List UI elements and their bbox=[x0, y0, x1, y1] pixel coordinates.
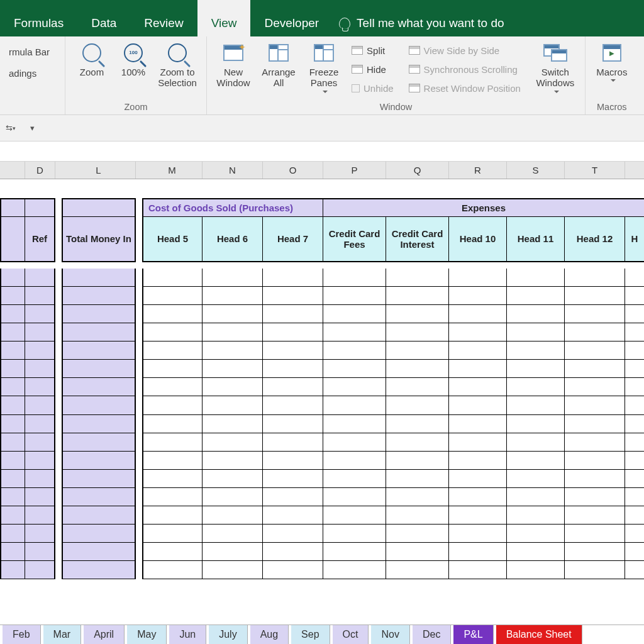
cell[interactable] bbox=[386, 488, 449, 506]
cell[interactable] bbox=[625, 470, 644, 488]
cell[interactable] bbox=[263, 452, 323, 470]
cell[interactable] bbox=[263, 561, 323, 579]
sheet-tab-jun[interactable]: Jun bbox=[169, 625, 206, 644]
cell[interactable] bbox=[0, 452, 25, 470]
cell[interactable] bbox=[323, 470, 386, 488]
cell[interactable] bbox=[0, 433, 25, 452]
cell[interactable] bbox=[0, 269, 25, 287]
cell[interactable] bbox=[263, 543, 323, 561]
cell[interactable] bbox=[323, 269, 386, 287]
cell[interactable] bbox=[55, 506, 62, 525]
cell[interactable] bbox=[25, 305, 55, 323]
cell[interactable] bbox=[263, 269, 323, 287]
cell[interactable] bbox=[449, 525, 507, 543]
cell[interactable] bbox=[507, 433, 565, 452]
cell[interactable] bbox=[625, 305, 644, 323]
cell[interactable] bbox=[62, 305, 136, 323]
qat-dropdown[interactable]: ▾ bbox=[25, 121, 39, 135]
cell[interactable] bbox=[136, 287, 142, 305]
freeze-panes-button[interactable]: FreezePanes bbox=[303, 39, 345, 96]
cell[interactable] bbox=[565, 415, 625, 433]
sheet-tab-july[interactable]: July bbox=[209, 625, 247, 644]
cell[interactable] bbox=[565, 396, 625, 414]
cell[interactable] bbox=[263, 506, 323, 525]
cell[interactable] bbox=[507, 287, 565, 305]
cell[interactable] bbox=[136, 378, 142, 396]
cell[interactable] bbox=[565, 433, 625, 452]
cell[interactable] bbox=[25, 415, 55, 433]
cell[interactable] bbox=[386, 287, 449, 305]
cell[interactable] bbox=[507, 561, 565, 579]
col-header-T[interactable]: T bbox=[565, 162, 625, 179]
cell[interactable] bbox=[323, 360, 386, 378]
cell[interactable] bbox=[565, 269, 625, 287]
cell[interactable] bbox=[625, 360, 644, 378]
cell[interactable] bbox=[203, 341, 263, 360]
cell[interactable] bbox=[449, 433, 507, 452]
cell[interactable] bbox=[386, 396, 449, 414]
cell[interactable] bbox=[142, 433, 203, 452]
cell[interactable] bbox=[263, 525, 323, 543]
cell[interactable] bbox=[507, 360, 565, 378]
new-window-button[interactable]: NewWindow bbox=[212, 39, 255, 91]
tell-me-search[interactable]: Tell me what you want to do bbox=[333, 0, 518, 36]
cell[interactable] bbox=[449, 488, 507, 506]
cell[interactable] bbox=[62, 396, 136, 414]
cell[interactable] bbox=[62, 287, 136, 305]
cell[interactable] bbox=[323, 433, 386, 452]
cell[interactable] bbox=[62, 269, 136, 287]
cell[interactable] bbox=[142, 561, 203, 579]
cell[interactable] bbox=[449, 287, 507, 305]
cell[interactable] bbox=[565, 360, 625, 378]
cell[interactable] bbox=[263, 488, 323, 506]
zoom-100-button[interactable]: 100 100% bbox=[116, 39, 151, 80]
cell[interactable] bbox=[203, 323, 263, 341]
cell[interactable] bbox=[386, 525, 449, 543]
cell[interactable] bbox=[142, 543, 203, 561]
cell[interactable] bbox=[25, 323, 55, 341]
cell[interactable] bbox=[0, 470, 25, 488]
cell[interactable] bbox=[625, 323, 644, 341]
cell[interactable] bbox=[55, 287, 62, 305]
cell[interactable] bbox=[625, 452, 644, 470]
cell[interactable] bbox=[136, 561, 142, 579]
cell[interactable] bbox=[203, 488, 263, 506]
cell[interactable] bbox=[136, 488, 142, 506]
ribbon-tab-developer[interactable]: Developer bbox=[250, 0, 333, 36]
data-grid[interactable] bbox=[0, 269, 644, 579]
cell[interactable] bbox=[507, 305, 565, 323]
cell[interactable] bbox=[565, 287, 625, 305]
cell[interactable] bbox=[449, 543, 507, 561]
cell[interactable] bbox=[507, 525, 565, 543]
cell[interactable] bbox=[0, 287, 25, 305]
cell[interactable] bbox=[55, 543, 62, 561]
cell[interactable] bbox=[565, 378, 625, 396]
cell[interactable] bbox=[55, 525, 62, 543]
cell[interactable] bbox=[449, 470, 507, 488]
cell[interactable] bbox=[142, 396, 203, 414]
cell[interactable] bbox=[386, 452, 449, 470]
switch-windows-button[interactable]: SwitchWindows bbox=[531, 39, 580, 96]
cell[interactable] bbox=[565, 506, 625, 525]
cell[interactable] bbox=[136, 506, 142, 525]
formula-bar-area[interactable] bbox=[0, 142, 644, 162]
cell[interactable] bbox=[55, 305, 62, 323]
cell[interactable] bbox=[565, 341, 625, 360]
cell[interactable] bbox=[136, 543, 142, 561]
cell[interactable] bbox=[565, 561, 625, 579]
cell[interactable] bbox=[323, 452, 386, 470]
cell[interactable] bbox=[62, 525, 136, 543]
cell[interactable] bbox=[55, 269, 62, 287]
col-header-O[interactable]: O bbox=[263, 162, 323, 179]
cell[interactable] bbox=[0, 323, 25, 341]
col-header-Q[interactable]: Q bbox=[386, 162, 449, 179]
cell[interactable] bbox=[565, 452, 625, 470]
cell[interactable] bbox=[565, 488, 625, 506]
cell[interactable] bbox=[142, 378, 203, 396]
cell[interactable] bbox=[203, 470, 263, 488]
cell[interactable] bbox=[449, 506, 507, 525]
cell[interactable] bbox=[55, 561, 62, 579]
cell[interactable] bbox=[263, 415, 323, 433]
cell[interactable] bbox=[203, 269, 263, 287]
cell[interactable] bbox=[203, 396, 263, 414]
